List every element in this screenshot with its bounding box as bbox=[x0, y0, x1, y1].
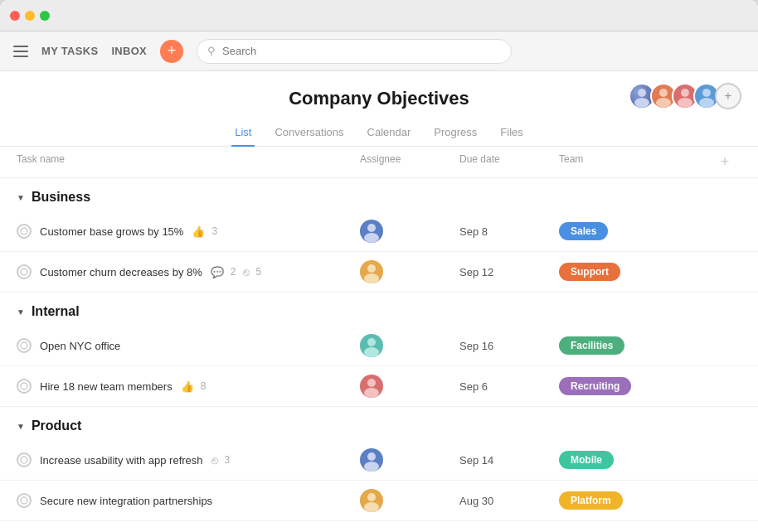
svg-point-21 bbox=[367, 452, 376, 461]
inbox-link[interactable]: INBOX bbox=[111, 45, 147, 57]
task-name: Customer churn decreases by 8% bbox=[40, 266, 202, 278]
col-assignee: Assignee bbox=[360, 153, 459, 171]
table-row: Hire 18 new team members 👍 8 Sep 6 Recru… bbox=[0, 366, 758, 407]
tab-list[interactable]: List bbox=[231, 119, 255, 147]
svg-point-19 bbox=[364, 388, 379, 398]
col-due-date: Due date bbox=[459, 153, 559, 171]
team-badge-mobile: Mobile bbox=[559, 451, 614, 469]
meta-count: 3 bbox=[225, 454, 231, 466]
avatar[interactable] bbox=[360, 220, 383, 243]
task-check-product-1[interactable] bbox=[17, 452, 32, 467]
section-title-internal: Internal bbox=[32, 304, 80, 319]
svg-point-4 bbox=[681, 89, 689, 97]
svg-point-1 bbox=[634, 98, 649, 108]
subtask-icon: ⎋ bbox=[211, 454, 218, 467]
task-name: Hire 18 new team members bbox=[40, 380, 172, 393]
col-task-name: Task name bbox=[17, 153, 360, 171]
svg-point-2 bbox=[659, 89, 668, 97]
svg-point-6 bbox=[702, 89, 711, 97]
meta-count: 8 bbox=[201, 380, 207, 392]
svg-point-5 bbox=[678, 98, 692, 108]
svg-point-15 bbox=[367, 338, 376, 346]
titlebar bbox=[0, 0, 758, 31]
my-tasks-link[interactable]: MY TASKS bbox=[41, 45, 98, 57]
task-check-internal-2[interactable] bbox=[17, 379, 32, 394]
search-input[interactable] bbox=[222, 45, 501, 57]
task-meta: 👍 3 bbox=[192, 225, 217, 238]
svg-point-11 bbox=[21, 268, 27, 275]
avatar[interactable] bbox=[360, 448, 383, 472]
team-cell: Sales bbox=[559, 222, 708, 240]
team-badge-support: Support bbox=[559, 263, 620, 281]
add-button[interactable]: + bbox=[160, 40, 183, 63]
section-company: ▼ Company bbox=[0, 521, 758, 532]
task-name-cell: Increase usability with app refresh ⎋ 3 bbox=[17, 452, 360, 467]
minimize-button[interactable] bbox=[25, 11, 35, 21]
task-meta: 👍 8 bbox=[181, 380, 207, 393]
close-button[interactable] bbox=[10, 11, 20, 21]
tab-files[interactable]: Files bbox=[497, 119, 526, 147]
task-check-business-1[interactable] bbox=[17, 224, 32, 239]
svg-point-24 bbox=[367, 493, 376, 501]
assignee-cell bbox=[360, 334, 459, 357]
team-cell: Recruiting bbox=[559, 377, 708, 395]
main-content: Company Objectives + List Conve bbox=[0, 71, 758, 532]
like-icon: 👍 bbox=[192, 225, 205, 238]
hamburger-menu[interactable] bbox=[13, 46, 28, 57]
section-toggle-product[interactable]: ▼ bbox=[17, 422, 25, 431]
svg-point-0 bbox=[638, 89, 646, 97]
topnav: MY TASKS INBOX + ⚲ bbox=[0, 31, 758, 71]
task-check-business-2[interactable] bbox=[17, 264, 32, 279]
task-name-cell: Open NYC office bbox=[17, 338, 360, 353]
assignee-cell bbox=[360, 220, 459, 243]
meta-count: 2 bbox=[231, 266, 236, 278]
svg-point-3 bbox=[656, 98, 671, 108]
svg-point-10 bbox=[364, 233, 379, 243]
team-badge-sales: Sales bbox=[559, 222, 608, 240]
svg-point-7 bbox=[699, 98, 714, 108]
section-internal: ▼ Internal bbox=[0, 293, 758, 326]
meta-count2: 5 bbox=[256, 266, 262, 278]
subtask-icon: ⎋ bbox=[243, 266, 250, 278]
task-check-product-2[interactable] bbox=[17, 493, 32, 508]
svg-point-23 bbox=[21, 497, 27, 504]
due-date: Sep 12 bbox=[459, 266, 559, 278]
avatar[interactable] bbox=[360, 260, 383, 283]
meta-count: 3 bbox=[211, 225, 217, 237]
due-date: Sep 8 bbox=[459, 225, 559, 238]
section-title-product: Product bbox=[32, 418, 81, 433]
assignee-cell bbox=[360, 448, 459, 472]
team-badge-recruiting: Recruiting bbox=[559, 377, 631, 395]
section-toggle-internal[interactable]: ▼ bbox=[17, 307, 25, 317]
svg-point-8 bbox=[21, 228, 27, 235]
due-date: Sep 16 bbox=[459, 340, 559, 352]
search-bar: ⚲ bbox=[197, 39, 512, 64]
team-badge-platform: Platform bbox=[559, 491, 623, 510]
section-business: ▼ Business bbox=[0, 178, 758, 211]
task-table: Task name Assignee Due date Team + ▼ Bus… bbox=[0, 147, 758, 532]
add-column-button[interactable]: + bbox=[708, 153, 741, 171]
section-toggle-business[interactable]: ▼ bbox=[17, 193, 25, 202]
svg-point-14 bbox=[21, 342, 27, 349]
team-cell: Mobile bbox=[559, 451, 708, 469]
svg-point-18 bbox=[367, 379, 376, 387]
due-date: Sep 14 bbox=[459, 454, 559, 467]
avatars-group: + bbox=[629, 83, 741, 109]
table-row: Increase usability with app refresh ⎋ 3 … bbox=[0, 440, 758, 481]
tab-progress[interactable]: Progress bbox=[430, 119, 480, 147]
due-date: Sep 6 bbox=[459, 380, 559, 393]
traffic-lights bbox=[10, 11, 50, 21]
task-name: Open NYC office bbox=[40, 340, 120, 352]
avatar[interactable] bbox=[360, 489, 383, 512]
maximize-button[interactable] bbox=[40, 11, 50, 21]
task-meta: ⎋ 3 bbox=[211, 454, 231, 467]
table-row: Open NYC office Sep 16 Facilities bbox=[0, 326, 758, 366]
avatar[interactable] bbox=[360, 375, 383, 398]
team-cell: Platform bbox=[559, 491, 708, 510]
task-check-internal-1[interactable] bbox=[17, 338, 32, 353]
tab-conversations[interactable]: Conversations bbox=[271, 119, 347, 147]
col-team: Team bbox=[559, 153, 708, 171]
add-member-button[interactable]: + bbox=[715, 83, 741, 109]
avatar[interactable] bbox=[360, 334, 383, 357]
tab-calendar[interactable]: Calendar bbox=[364, 119, 415, 147]
